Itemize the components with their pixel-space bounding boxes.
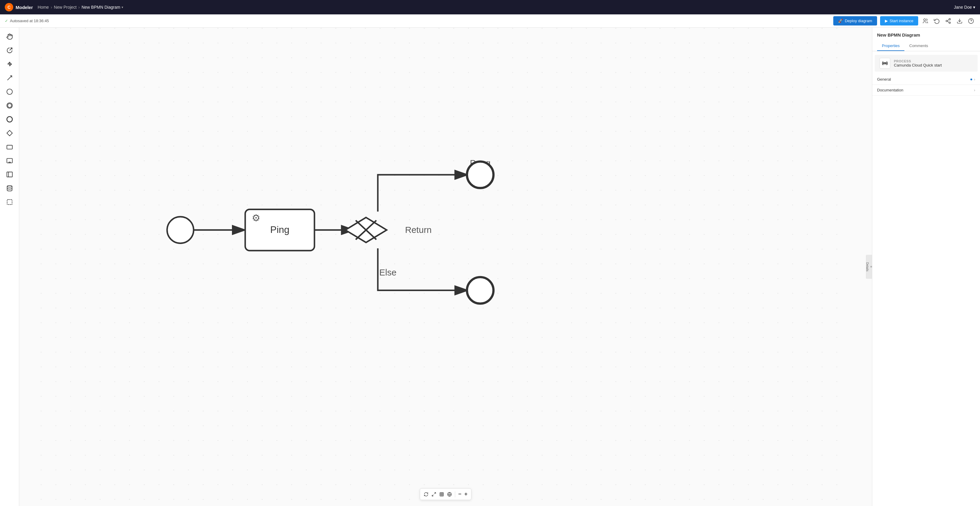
svg-point-12 [6,89,12,94]
breadcrumb-sep-1: › [51,5,52,10]
documentation-section[interactable]: Documentation › [872,85,980,96]
reset-view-button[interactable] [423,491,430,498]
svg-point-2 [946,20,948,22]
zoom-out-button[interactable]: − [457,490,463,498]
toggle-grid-button[interactable] [446,491,453,498]
gateway-tool[interactable] [3,127,16,140]
svg-rect-18 [9,162,11,163]
details-panel-toggle[interactable]: ≡ Details [866,255,872,279]
svg-rect-16 [6,145,12,149]
svg-line-11 [7,76,12,80]
breadcrumb-diagram[interactable]: New BPMN Diagram ▾ [82,5,123,10]
autosave-check-icon: ✓ [5,19,8,23]
details-toggle-icon: ≡ [870,266,872,268]
svg-rect-22 [7,200,12,205]
bpmn-canvas[interactable]: ⚙ Ping Return Pong Else [19,28,872,506]
svg-line-4 [947,21,949,22]
play-icon: ▶ [885,19,888,23]
autosave-status: ✓ Autosaved at 18:36:45 [5,19,49,23]
documentation-chevron: › [974,88,975,92]
canvas-zoom-toolbar: − + [420,488,471,500]
svg-point-21 [7,186,12,187]
svg-point-1 [949,18,951,20]
space-tool[interactable] [3,57,16,71]
history-icon [934,18,940,24]
process-info: PROCESS Camunda Cloud Quick start [894,59,942,67]
breadcrumb: Home › New Project › New BPMN Diagram ▾ [38,5,123,10]
connect-tool[interactable] [3,71,16,84]
download-icon [956,18,963,24]
hand-tool[interactable] [3,30,16,43]
svg-point-43 [884,63,886,64]
right-panel-header: New BPMN Diagram Properties Comments [872,28,980,51]
process-icon [880,58,890,69]
user-menu[interactable]: Jane Doe ▾ [954,5,975,10]
zoom-in-button[interactable]: + [463,490,469,498]
svg-point-39 [467,277,493,303]
download-button[interactable] [955,17,964,25]
svg-text:Ping: Ping [270,224,290,235]
documentation-label: Documentation [877,88,903,92]
general-chevron: › [974,77,975,81]
help-button[interactable] [967,17,975,25]
group-tool[interactable] [3,195,16,209]
svg-text:Return: Return [405,225,431,235]
breadcrumb-home[interactable]: Home [38,5,49,10]
user-dropdown-icon: ▾ [973,5,975,10]
subprocess-tool[interactable] [3,154,16,167]
deploy-diagram-button[interactable]: 🚀 Deploy diagram [833,16,877,25]
pool-tool[interactable] [3,168,16,181]
svg-point-14 [8,104,11,108]
general-dot [970,79,972,80]
help-icon [968,18,974,24]
collaborators-button[interactable] [921,17,929,25]
tab-properties[interactable]: Properties [877,41,904,51]
right-panel-body: PROCESS Camunda Cloud Quick start Genera… [872,51,980,506]
share-button[interactable] [944,17,952,25]
general-label: General [877,77,891,81]
svg-line-5 [947,19,949,21]
bpmn-palette [0,28,19,506]
svg-text:⚙: ⚙ [252,213,261,223]
start-event-tool[interactable] [3,85,16,98]
toggle-minimap-button[interactable] [438,491,445,498]
right-properties-panel: New BPMN Diagram Properties Comments [872,28,980,506]
svg-text:Else: Else [379,267,396,277]
history-button[interactable] [932,17,941,25]
svg-point-0 [924,19,926,21]
svg-point-28 [167,217,194,243]
documentation-section-right: › [974,88,975,92]
topbar-right: Jane Doe ▾ [954,5,975,10]
svg-point-3 [949,22,951,24]
general-section-right: › [970,77,975,81]
secondary-toolbar: ✓ Autosaved at 18:36:45 🚀 Deploy diagram… [0,14,980,28]
process-item[interactable]: PROCESS Camunda Cloud Quick start [875,55,978,71]
bpmn-diagram-svg: ⚙ Ping Return Pong Else [19,28,872,506]
main-layout: ⚙ Ping Return Pong Else [0,28,980,506]
intermediate-event-tool[interactable] [3,99,16,112]
svg-line-9 [10,48,12,50]
tab-comments[interactable]: Comments [904,41,933,51]
breadcrumb-dropdown-icon: ▾ [121,5,123,9]
data-store-tool[interactable] [3,182,16,195]
lasso-tool[interactable] [3,44,16,57]
svg-rect-40 [440,493,444,496]
diagram-title: New BPMN Diagram [877,32,975,38]
general-section[interactable]: General › [872,74,980,85]
svg-point-37 [467,162,493,188]
svg-rect-24 [40,28,851,506]
task-tool[interactable] [3,140,16,154]
end-event-tool[interactable] [3,113,16,126]
collaborators-icon [923,18,928,24]
svg-point-15 [6,117,12,122]
start-instance-button[interactable]: ▶ Start instance [880,16,918,25]
topbar: C Modeler Home › New Project › New BPMN … [0,0,980,14]
rocket-icon: 🚀 [838,19,843,23]
breadcrumb-project[interactable]: New Project [54,5,76,10]
process-name: Camunda Cloud Quick start [894,63,942,67]
fit-view-button[interactable] [430,491,438,498]
process-type-label: PROCESS [894,59,942,63]
toolbar2-actions: 🚀 Deploy diagram ▶ Start instance [833,16,975,25]
app-name: Modeler [16,5,33,10]
breadcrumb-sep-2: › [78,5,80,10]
